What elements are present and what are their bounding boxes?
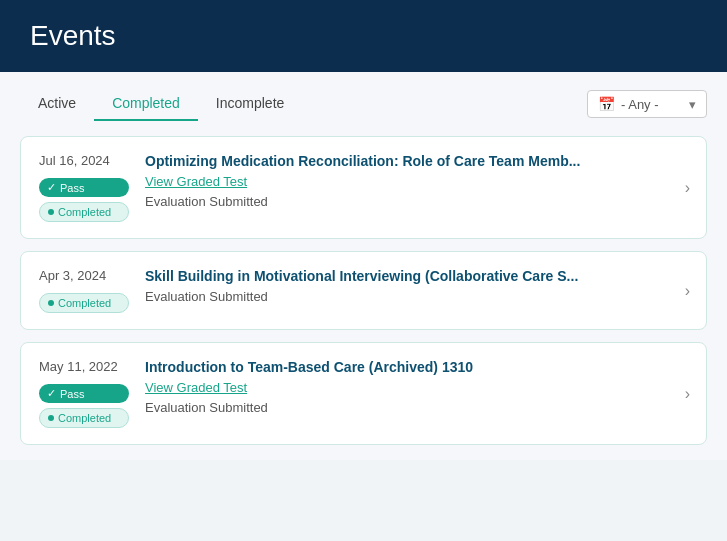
filter-dropdown[interactable]: 📅 - Any - ▾ (587, 90, 707, 118)
event-date: May 11, 2022 (39, 359, 129, 374)
filter-value: - Any - (621, 97, 659, 112)
event-card: Jul 16, 2024 ✓ Pass Completed Optimizing (20, 136, 707, 239)
event-arrow-icon[interactable]: › (685, 179, 690, 197)
completed-badge: Completed (39, 408, 129, 428)
event-title: Optimizing Medication Reconciliation: Ro… (145, 153, 688, 169)
event-right: Introduction to Team-Based Care (Archive… (145, 359, 688, 415)
content-area: Active Completed Incomplete 📅 - Any - ▾ … (0, 72, 727, 460)
view-graded-test-button-2[interactable]: View Graded Test (145, 380, 688, 395)
event-status: Evaluation Submitted (145, 289, 688, 304)
event-left: May 11, 2022 ✓ Pass Completed (39, 359, 129, 428)
page-header: Events (0, 0, 727, 72)
pass-badge: ✓ Pass (39, 384, 129, 403)
badges-row: Completed (39, 293, 129, 313)
event-title: Skill Building in Motivational Interview… (145, 268, 688, 284)
page-title: Events (30, 20, 697, 52)
tab-incomplete[interactable]: Incomplete (198, 87, 302, 121)
badges-row: ✓ Pass Completed (39, 178, 129, 222)
event-card: Apr 3, 2024 Completed Skill Building in … (20, 251, 707, 330)
badges-row: ✓ Pass Completed (39, 384, 129, 428)
event-left: Apr 3, 2024 Completed (39, 268, 129, 313)
tab-completed[interactable]: Completed (94, 87, 198, 121)
tab-bar: Active Completed Incomplete (20, 87, 302, 121)
pass-badge: ✓ Pass (39, 178, 129, 197)
event-title: Introduction to Team-Based Care (Archive… (145, 359, 688, 375)
calendar-icon: 📅 (598, 96, 615, 112)
chevron-down-icon: ▾ (689, 97, 696, 112)
event-arrow-icon[interactable]: › (685, 385, 690, 403)
view-graded-test-button-1[interactable]: View Graded Test (145, 174, 688, 189)
event-card-inner: Apr 3, 2024 Completed Skill Building in … (39, 268, 688, 313)
event-status: Evaluation Submitted (145, 194, 688, 209)
completed-badge: Completed (39, 293, 129, 313)
event-card: May 11, 2022 ✓ Pass Completed Introducti… (20, 342, 707, 445)
event-date: Apr 3, 2024 (39, 268, 129, 283)
event-left: Jul 16, 2024 ✓ Pass Completed (39, 153, 129, 222)
completed-badge: Completed (39, 202, 129, 222)
event-card-inner: Jul 16, 2024 ✓ Pass Completed Optimizing (39, 153, 688, 222)
event-arrow-icon[interactable]: › (685, 282, 690, 300)
events-list: Jul 16, 2024 ✓ Pass Completed Optimizing (20, 136, 707, 445)
tab-active[interactable]: Active (20, 87, 94, 121)
event-right: Skill Building in Motivational Interview… (145, 268, 688, 304)
tabs-filter-row: Active Completed Incomplete 📅 - Any - ▾ (20, 87, 707, 121)
event-status: Evaluation Submitted (145, 400, 688, 415)
event-card-inner: May 11, 2022 ✓ Pass Completed Introducti… (39, 359, 688, 428)
event-right: Optimizing Medication Reconciliation: Ro… (145, 153, 688, 209)
event-date: Jul 16, 2024 (39, 153, 129, 168)
